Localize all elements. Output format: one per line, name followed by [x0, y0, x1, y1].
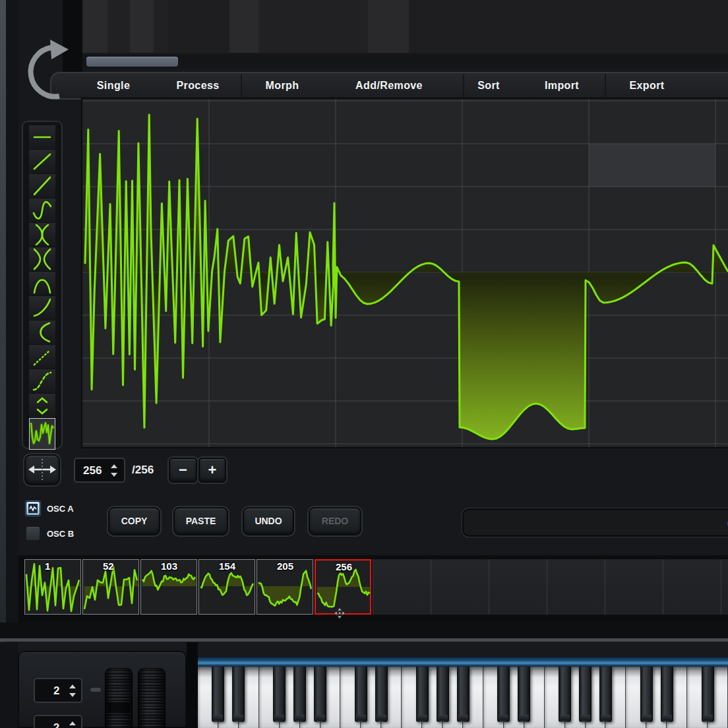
osc-a-check-glyph: [28, 504, 38, 513]
grid-hover-cell: [589, 144, 715, 187]
osc-b-checkbox[interactable]: [26, 526, 40, 541]
frame-scrollbar-track[interactable]: [82, 55, 728, 69]
frame-thumbnail-strip: 152103154205256: [18, 555, 728, 622]
draw-tool-dotted-ramp-icon[interactable]: [29, 345, 55, 369]
black-key[interactable]: [212, 667, 224, 722]
mod-wheel[interactable]: [138, 668, 166, 728]
pitch-mod-panel: 2 -2: [18, 651, 187, 728]
black-key[interactable]: [497, 667, 510, 722]
frame-thumbnail-1[interactable]: 1: [24, 559, 81, 615]
frame-thumbnail-number: 1: [45, 561, 50, 572]
frame-thumbnail-154[interactable]: 154: [198, 559, 255, 615]
editor-bottom-border: [0, 638, 728, 642]
frame-thumbnail-205[interactable]: 205: [257, 559, 313, 615]
black-key[interactable]: [273, 667, 286, 722]
menu-item-process[interactable]: Process: [176, 73, 219, 98]
transpose-up-arrow[interactable]: [69, 721, 76, 725]
black-key[interactable]: [293, 667, 306, 722]
menu-item-sort[interactable]: Sort: [477, 73, 500, 98]
window-left-edge: [0, 0, 6, 642]
osc-a-label: OSC A: [47, 504, 74, 514]
frame-total-label: /256: [132, 464, 154, 477]
menu-item-single[interactable]: Single: [97, 73, 130, 98]
menu-item-add-remove[interactable]: Add/Remove: [355, 73, 423, 98]
black-key[interactable]: [437, 667, 449, 722]
waveform-display[interactable]: [82, 99, 728, 447]
octave-tick: [90, 688, 101, 692]
draw-tool-arcs-out-icon[interactable]: [29, 223, 55, 247]
keyboard-blue-strip: [198, 657, 728, 667]
copy-button[interactable]: COPY: [108, 507, 160, 535]
osc-a-checkbox[interactable]: [26, 501, 40, 516]
pitch-wheel[interactable]: [105, 668, 133, 728]
black-key[interactable]: [579, 667, 592, 722]
black-key[interactable]: [232, 667, 245, 722]
octave-up-arrow[interactable]: [69, 684, 76, 688]
black-key[interactable]: [518, 667, 530, 722]
frame-slot-empty: [605, 559, 663, 615]
menu-item-export[interactable]: Export: [629, 73, 664, 98]
horizontal-arrows-icon: [26, 456, 59, 484]
frame-slot-empty: [373, 559, 431, 615]
frame-thumbnail-52[interactable]: 52: [82, 559, 139, 615]
frame-thumbnail-103[interactable]: 103: [140, 559, 197, 615]
frame-number-value: 256: [83, 464, 102, 477]
horizontal-pan-button[interactable]: [24, 454, 60, 485]
rotate-clockwise-icon[interactable]: [17, 37, 70, 111]
draw-tool-dashed-s-curve-icon[interactable]: [29, 369, 55, 394]
piano-keyboard: [198, 657, 728, 728]
frame-slot-empty: [663, 559, 721, 615]
lower-left-gutter: [0, 642, 18, 728]
draw-tool-flat-line-icon[interactable]: [29, 125, 55, 150]
frame-thumbnail-number: 205: [277, 561, 293, 572]
frame-down-arrow[interactable]: [111, 473, 117, 477]
draw-tool-sine-curve-icon[interactable]: [29, 198, 55, 223]
octave-spinner[interactable]: 2: [34, 678, 82, 703]
menu-item-import[interactable]: Import: [545, 73, 579, 98]
draw-tools-toolbar: [22, 121, 63, 449]
frame-up-arrow[interactable]: [111, 464, 117, 468]
undo-button[interactable]: UNDO: [243, 507, 294, 535]
black-key[interactable]: [355, 667, 367, 722]
keyboard-left-gap: [187, 642, 198, 728]
black-key[interactable]: [416, 667, 429, 722]
menu-divider: [605, 75, 606, 97]
draw-tool-noise-wave-icon[interactable]: [29, 418, 55, 450]
black-key[interactable]: [559, 667, 571, 722]
frame-thumbnail-256[interactable]: 256: [315, 559, 371, 615]
frame-slot-empty: [721, 559, 728, 615]
draw-tool-expand-chevrons-icon[interactable]: [29, 394, 55, 418]
mouse-cursor-icon: [334, 608, 345, 619]
black-key[interactable]: [702, 667, 714, 722]
draw-tool-curve-up-icon[interactable]: [29, 296, 55, 320]
black-key[interactable]: [599, 667, 612, 722]
add-frame-button[interactable]: +: [198, 458, 226, 483]
redo-button[interactable]: REDO: [309, 507, 361, 535]
menu-item-morph[interactable]: Morph: [266, 73, 299, 98]
remove-frame-button[interactable]: −: [169, 458, 197, 483]
transpose-spinner[interactable]: -2: [34, 715, 82, 728]
black-key[interactable]: [640, 667, 653, 722]
black-key[interactable]: [314, 667, 326, 722]
draw-tool-arch-curve-icon[interactable]: [29, 272, 55, 296]
draw-tool-curve-left-icon[interactable]: [29, 320, 55, 345]
black-key[interactable]: [661, 667, 673, 722]
octave-value: 2: [53, 684, 59, 698]
menu-divider: [241, 75, 242, 97]
paste-button[interactable]: PASTE: [173, 507, 228, 535]
black-key[interactable]: [457, 667, 470, 722]
draw-tool-ramp-steep-icon[interactable]: [29, 174, 55, 198]
header-background: [82, 0, 728, 53]
wavetable-menubar: SingleProcessMorphAdd/RemoveSortImportEx…: [50, 72, 728, 100]
draw-tool-ramp-up-icon[interactable]: [29, 150, 55, 174]
black-key[interactable]: [375, 667, 388, 722]
frame-scrollbar-handle[interactable]: [86, 57, 178, 67]
frame-number-spinner[interactable]: 256: [74, 458, 125, 483]
editor-bottom-gap: [0, 622, 728, 638]
formula-input[interactable]: (e: [462, 508, 728, 537]
draw-tool-arcs-pinch-icon[interactable]: [29, 247, 55, 272]
octave-down-arrow[interactable]: [69, 693, 76, 697]
osc-b-label: OSC B: [47, 529, 74, 539]
frame-slot-empty: [489, 559, 547, 615]
transpose-value: -2: [49, 721, 59, 728]
